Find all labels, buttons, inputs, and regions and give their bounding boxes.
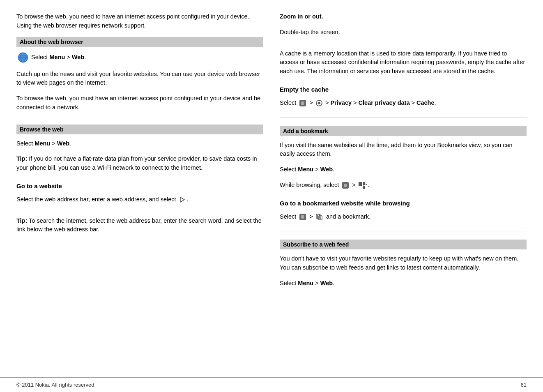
separator-1 bbox=[280, 118, 527, 118]
browse-select-label: Select bbox=[16, 140, 33, 147]
nokia-icon-2 bbox=[341, 181, 350, 189]
about-select-label: Select bbox=[31, 53, 48, 60]
separator-2 bbox=[280, 231, 527, 231]
goto-website-para: Select the web address bar, enter a web … bbox=[16, 195, 263, 204]
goto-tip-label: Tip: bbox=[16, 217, 27, 224]
browse-menu-ref: Menu bbox=[35, 140, 50, 147]
footer: © 2011 Nokia. All rights reserved. 61 bbox=[0, 377, 543, 392]
go-arrow-icon bbox=[179, 196, 186, 203]
right-column: Zoom in or out. Double-tap the screen. A… bbox=[280, 12, 527, 369]
feed-select-line: Select Menu > Web. bbox=[280, 279, 527, 288]
svg-marker-5 bbox=[180, 197, 184, 202]
about-arrow: > bbox=[67, 53, 72, 60]
goto-bookmarked-select: Select > and a bookmark. bbox=[280, 212, 527, 221]
section-browse-header: Browse the web bbox=[16, 125, 263, 134]
privacy-icon bbox=[315, 99, 323, 107]
bookmark-select-line: Select Menu > Web. bbox=[280, 165, 527, 174]
empty-cache-select: Select > > Privacy > bbox=[280, 99, 527, 108]
about-para2: To browse the web, you must have an inte… bbox=[16, 94, 263, 112]
goto-tip: Tip: To search the internet, select the … bbox=[16, 217, 263, 235]
intro-paragraph: To browse the web, you need to have an i… bbox=[16, 12, 263, 30]
goto-website-title: Go to a website bbox=[16, 182, 263, 189]
svg-rect-19 bbox=[363, 187, 365, 189]
footer-page-number: 61 bbox=[521, 382, 527, 388]
left-column: To browse the web, you need to have an i… bbox=[16, 12, 263, 369]
page: To browse the web, you need to have an i… bbox=[0, 0, 543, 392]
bookmark-browsing-line: While browsing, select > . bbox=[280, 181, 527, 190]
feed-para: You don't have to visit your favorite we… bbox=[280, 254, 527, 272]
zoom-title: Zoom in or out. bbox=[280, 12, 527, 21]
cache-para: A cache is a memory location that is use… bbox=[280, 49, 527, 76]
svg-rect-17 bbox=[363, 182, 365, 185]
empty-cache-title: Empty the cache bbox=[280, 86, 527, 93]
browse-tip: Tip: If you do not have a flat-rate data… bbox=[16, 154, 263, 173]
svg-rect-16 bbox=[359, 182, 362, 186]
browse-web-ref: Web bbox=[57, 140, 69, 147]
nokia-icon-3 bbox=[299, 213, 307, 221]
svg-rect-15 bbox=[344, 184, 347, 187]
bookmark-people-icon bbox=[358, 182, 367, 189]
browse-tip-label: Tip: bbox=[16, 155, 27, 162]
svg-rect-24 bbox=[301, 215, 304, 219]
bookmark-para: If you visit the same websites all the t… bbox=[280, 141, 527, 159]
goto-bookmarked-title: Go to a bookmarked website while browsin… bbox=[280, 200, 527, 207]
pages-icon bbox=[315, 213, 324, 221]
section-feed-header: Subscribe to a web feed bbox=[280, 240, 527, 249]
footer-copyright: © 2011 Nokia. All rights reserved. bbox=[16, 382, 96, 388]
svg-rect-7 bbox=[301, 101, 304, 105]
content-area: To browse the web, you need to have an i… bbox=[0, 0, 543, 377]
nokia-icon-1 bbox=[299, 99, 307, 107]
browse-select-line: Select Menu > Web. bbox=[16, 139, 263, 148]
svg-point-9 bbox=[318, 102, 320, 104]
about-web-ref: Web bbox=[72, 53, 84, 60]
section-about-header: About the web browser bbox=[16, 37, 263, 47]
globe-icon bbox=[17, 52, 29, 63]
section-bookmark-header: Add a bookmark bbox=[280, 126, 527, 136]
about-menu-ref: Menu bbox=[49, 53, 65, 60]
about-para1: Catch up on the news and visit your favo… bbox=[16, 70, 263, 88]
zoom-para: Double-tap the screen. bbox=[280, 28, 527, 37]
about-select-line: Select Menu > Web. bbox=[16, 52, 263, 63]
